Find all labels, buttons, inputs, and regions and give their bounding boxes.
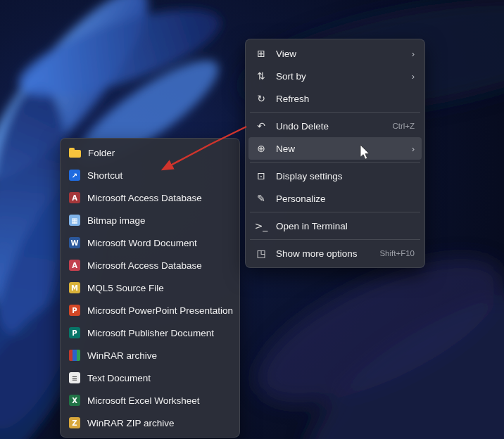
chevron-right-icon: › xyxy=(412,144,415,154)
menu-item-microsoft-word-document[interactable]: WMicrosoft Word Document xyxy=(63,231,237,254)
new-submenu: Folder↗ShortcutAMicrosoft Access Databas… xyxy=(60,138,240,438)
menu-item-label: Bitmap image xyxy=(87,215,229,226)
terminal-icon: >_ xyxy=(254,221,268,231)
word-document-icon: W xyxy=(69,237,80,248)
desktop-context-menu: ⊞View›⇅Sort by›↻Refresh↶Undo DeleteCtrl+… xyxy=(245,39,425,268)
access-database-icon: A xyxy=(69,260,80,271)
folder-icon xyxy=(69,150,81,158)
menu-item-display-settings[interactable]: ⊡Display settings xyxy=(248,165,422,187)
powerpoint-icon: P xyxy=(69,305,80,316)
menu-item-sort-by[interactable]: ⇅Sort by› xyxy=(248,65,422,87)
bitmap-image-icon: ▦ xyxy=(69,215,80,226)
menu-item-view[interactable]: ⊞View› xyxy=(248,42,422,65)
menu-item-microsoft-powerpoint-presentation[interactable]: PMicrosoft PowerPoint Presentation xyxy=(63,299,237,322)
menu-item-label: Text Document xyxy=(87,373,229,383)
menu-separator xyxy=(250,212,420,212)
menu-item-text-document[interactable]: ≡Text Document xyxy=(63,367,237,389)
show-more-options-icon: ◳ xyxy=(254,248,268,258)
shortcut-icon: ↗ xyxy=(69,170,80,181)
winrar-archive-icon xyxy=(69,350,80,361)
menu-item-label: MQL5 Source File xyxy=(87,283,229,293)
menu-item-label: WinRAR archive xyxy=(87,350,229,361)
menu-item-personalize[interactable]: ✎Personalize xyxy=(248,187,422,210)
menu-item-winrar-zip-archive[interactable]: ZWinRAR ZIP archive xyxy=(63,412,237,434)
display-settings-icon: ⊡ xyxy=(254,171,268,181)
menu-item-bitmap-image[interactable]: ▦Bitmap image xyxy=(63,209,237,231)
keyboard-shortcut: Ctrl+Z xyxy=(392,122,415,130)
menu-separator xyxy=(250,239,420,240)
menu-item-label: Refresh xyxy=(276,94,415,104)
access-database-icon: A xyxy=(69,192,80,203)
menu-item-label: Display settings xyxy=(276,171,415,182)
menu-item-label: Microsoft Excel Worksheet xyxy=(87,395,229,406)
menu-item-label: WinRAR ZIP archive xyxy=(87,418,229,428)
menu-item-folder[interactable]: Folder xyxy=(63,141,237,164)
menu-item-microsoft-excel-worksheet[interactable]: XMicrosoft Excel Worksheet xyxy=(63,389,237,412)
menu-item-open-in-terminal[interactable]: >_Open in Terminal xyxy=(248,215,422,237)
menu-item-undo-delete[interactable]: ↶Undo DeleteCtrl+Z xyxy=(248,115,422,137)
winrar-zip-archive-icon: Z xyxy=(69,417,80,428)
excel-worksheet-icon: X xyxy=(69,395,80,406)
text-document-icon: ≡ xyxy=(69,372,80,383)
menu-item-label: Open in Terminal xyxy=(276,221,415,231)
menu-separator xyxy=(250,112,420,113)
undo-icon: ↶ xyxy=(254,121,268,131)
chevron-right-icon: › xyxy=(412,71,415,82)
menu-item-label: Microsoft Publisher Document xyxy=(87,328,229,338)
menu-item-label: View xyxy=(276,49,406,59)
publisher-icon: P xyxy=(69,327,80,338)
menu-item-new[interactable]: ⊕New› xyxy=(248,137,422,160)
menu-item-winrar-archive[interactable]: WinRAR archive xyxy=(63,344,237,367)
menu-item-label: New xyxy=(276,144,406,154)
menu-item-label: Sort by xyxy=(276,71,406,82)
menu-item-show-more-options[interactable]: ◳Show more optionsShift+F10 xyxy=(248,242,422,265)
view-icon: ⊞ xyxy=(254,49,268,58)
mql5-source-file-icon: M xyxy=(69,282,80,293)
refresh-icon: ↻ xyxy=(254,94,268,103)
chevron-right-icon: › xyxy=(412,49,415,59)
menu-item-label: Shortcut xyxy=(87,170,229,181)
menu-item-microsoft-publisher-document[interactable]: PMicrosoft Publisher Document xyxy=(63,322,237,344)
menu-item-label: Microsoft Access Database xyxy=(87,260,229,271)
menu-item-label: Personalize xyxy=(276,193,415,204)
menu-item-label: Show more options xyxy=(276,248,374,259)
menu-item-mql5-source-file[interactable]: MMQL5 Source File xyxy=(63,276,237,299)
menu-item-microsoft-access-database[interactable]: AMicrosoft Access Database xyxy=(63,254,237,276)
menu-item-refresh[interactable]: ↻Refresh xyxy=(248,87,422,110)
menu-item-shortcut[interactable]: ↗Shortcut xyxy=(63,164,237,186)
new-icon: ⊕ xyxy=(254,144,268,153)
menu-item-label: Microsoft PowerPoint Presentation xyxy=(87,305,233,316)
menu-item-label: Microsoft Access Database xyxy=(87,193,229,203)
personalize-icon: ✎ xyxy=(254,193,268,203)
sort-by-icon: ⇅ xyxy=(254,71,268,81)
menu-item-label: Microsoft Word Document xyxy=(87,238,229,248)
keyboard-shortcut: Shift+F10 xyxy=(379,249,415,257)
menu-item-microsoft-access-database[interactable]: AMicrosoft Access Database xyxy=(63,186,237,209)
menu-item-label: Folder xyxy=(88,148,229,158)
menu-separator xyxy=(250,162,420,163)
menu-item-label: Undo Delete xyxy=(276,121,386,132)
